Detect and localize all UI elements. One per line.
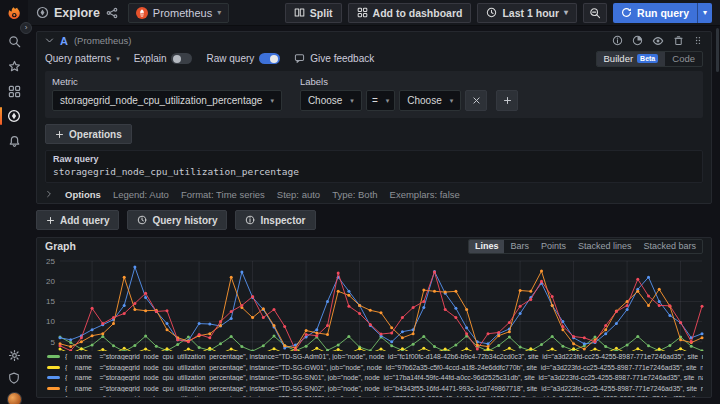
legend-color-dash (47, 376, 60, 379)
style-option-bars[interactable]: Bars (504, 240, 535, 253)
shield-icon[interactable] (0, 367, 28, 389)
active-indicator (0, 107, 2, 125)
collapse-chevron-icon[interactable] (45, 36, 54, 45)
bell-icon[interactable] (0, 130, 28, 152)
legend-color-dash (47, 366, 60, 369)
hide-query-eye-icon[interactable] (652, 35, 664, 47)
graph-panel: Graph Lines Bars Points Stacked lines St… (36, 237, 712, 398)
add-label-filter-button[interactable] (496, 90, 518, 111)
query-patterns-dropdown[interactable]: Query patterns ▾ (45, 53, 120, 64)
graph-panel-title: Graph (45, 240, 76, 252)
options-exemplars: Exemplars: false (390, 189, 460, 200)
legend-color-dash (47, 387, 60, 390)
svg-text:25: 25 (46, 256, 55, 265)
legend-item[interactable]: {__name__="storagegrid_node_cpu_utilizat… (47, 373, 703, 384)
legend-item[interactable]: {__name__="storagegrid_node_cpu_utilizat… (47, 394, 703, 397)
metric-field: Metric storagegrid_node_cpu_utilization_… (52, 76, 282, 111)
chevron-down-icon: ▾ (350, 97, 354, 105)
metric-labels-editor-row: Metric storagegrid_node_cpu_utilization_… (45, 71, 703, 118)
query-history-button[interactable]: Query history (127, 210, 227, 230)
explore-content: A (Prometheus) Query patterns ▾ Explain … (28, 27, 720, 404)
query-row-header[interactable]: A (Prometheus) (37, 32, 711, 49)
page-title: Explore (54, 6, 100, 20)
sidebar-expand-button[interactable]: › (20, 22, 32, 34)
chevron-down-icon: ▾ (270, 97, 274, 105)
give-feedback-link[interactable]: Give feedback (294, 53, 374, 64)
sidebar-item-explore[interactable] (0, 105, 28, 127)
zoom-out-button[interactable] (583, 3, 607, 23)
legend-series-label: {__name__="storagegrid_node_cpu_utilizat… (65, 364, 703, 371)
zoom-out-icon (589, 7, 601, 19)
add-operations-button[interactable]: Operations (45, 124, 132, 144)
gear-icon[interactable] (0, 344, 28, 366)
top-navigation: Explore Prometheus ▾ Split Add to dashbo… (28, 0, 720, 26)
add-query-button[interactable]: Add query (36, 210, 119, 230)
star-icon[interactable] (0, 55, 28, 77)
remove-label-filter-button[interactable] (465, 90, 487, 111)
raw-query-toggle[interactable] (259, 53, 280, 64)
graph-style-switcher: Lines Bars Points Stacked lines Stacked … (468, 239, 703, 254)
datasource-name: Prometheus (153, 7, 212, 19)
query-stats-pie-icon[interactable] (632, 35, 643, 46)
chevron-down-icon: ▾ (217, 8, 221, 17)
chart-legend: {__name__="storagegrid_node_cpu_utilizat… (37, 351, 711, 397)
options-collapsed-row[interactable]: Options Legend: Auto Format: Time series… (37, 185, 711, 203)
legend-color-dash (47, 355, 60, 358)
beta-badge: Beta (637, 54, 658, 63)
datasource-picker[interactable]: Prometheus ▾ (128, 3, 229, 23)
inspector-button[interactable]: Inspector (235, 210, 315, 230)
query-editor-panel: A (Prometheus) Query patterns ▾ Explain … (36, 31, 712, 204)
metric-select[interactable]: storagegrid_node_cpu_utilization_percent… (52, 90, 282, 111)
prometheus-icon (136, 7, 148, 19)
legend-item[interactable]: {__name__="storagegrid_node_cpu_utilizat… (47, 383, 703, 394)
label-operator-select[interactable]: = ▾ (366, 90, 395, 111)
builder-code-switch: Builder Beta Code (596, 51, 703, 67)
apps-icon[interactable] (0, 80, 28, 102)
style-option-lines[interactable]: Lines (469, 240, 505, 253)
style-option-stacked-lines[interactable]: Stacked lines (572, 240, 638, 253)
explore-actions: Add query Query history Inspector (36, 210, 712, 230)
scrollbar-thumb[interactable] (716, 28, 719, 72)
labels-label: Labels (300, 76, 518, 87)
add-to-dashboard-button[interactable]: Add to dashboard (348, 3, 472, 23)
code-mode-option[interactable]: Code (665, 52, 702, 66)
options-legend: Legend: Auto (113, 189, 169, 200)
time-series-chart[interactable]: 051015202515:5015:5516:0016:0516:1016:15… (38, 255, 710, 351)
options-label[interactable]: Options (65, 189, 101, 200)
run-query-button[interactable]: Run query ▾ (613, 3, 712, 23)
raw-query-toggle-group[interactable]: Raw query (206, 53, 280, 64)
drag-handle-icon[interactable] (693, 35, 703, 46)
raw-query-label: Raw query (53, 154, 695, 164)
info-icon[interactable] (612, 35, 623, 46)
style-option-points[interactable]: Points (535, 240, 572, 253)
explain-toggle[interactable] (171, 53, 192, 64)
legend-series-label: {__name__="storagegrid_node_cpu_utilizat… (65, 353, 703, 360)
label-value-select[interactable]: Choose ▾ (399, 90, 461, 111)
options-step: Step: auto (277, 189, 320, 200)
metric-label: Metric (52, 76, 282, 87)
chevron-down-icon: ▾ (116, 55, 120, 63)
chevron-down-icon: ▾ (386, 97, 390, 105)
refresh-icon (621, 7, 632, 18)
share-icon[interactable] (106, 7, 118, 19)
compass-icon (36, 6, 49, 19)
time-range-picker[interactable]: Last 1 hour ▾ (477, 3, 577, 23)
user-avatar[interactable] (0, 388, 28, 404)
builder-mode-option[interactable]: Builder Beta (597, 52, 666, 66)
legend-item[interactable]: {__name__="storagegrid_node_cpu_utilizat… (47, 362, 703, 373)
label-name-select[interactable]: Choose ▾ (300, 90, 362, 111)
chevron-down-icon: ▾ (564, 8, 568, 17)
clock-icon (486, 7, 497, 18)
legend-series-label: {__name__="storagegrid_node_cpu_utilizat… (65, 385, 703, 392)
style-option-stacked-bars[interactable]: Stacked bars (637, 240, 702, 253)
delete-query-trash-icon[interactable] (673, 35, 684, 46)
split-button[interactable]: Split (285, 3, 342, 23)
legend-series-label: {__name__="storagegrid_node_cpu_utilizat… (65, 374, 703, 381)
explain-toggle-group[interactable]: Explain (134, 53, 193, 64)
legend-series-label: {__name__="storagegrid_node_cpu_utilizat… (65, 395, 703, 397)
run-query-dropdown[interactable]: ▾ (697, 3, 712, 23)
legend-item[interactable]: {__name__="storagegrid_node_cpu_utilizat… (47, 352, 703, 363)
options-format: Format: Time series (181, 189, 265, 200)
svg-text:20: 20 (46, 276, 55, 285)
split-icon (294, 7, 305, 18)
